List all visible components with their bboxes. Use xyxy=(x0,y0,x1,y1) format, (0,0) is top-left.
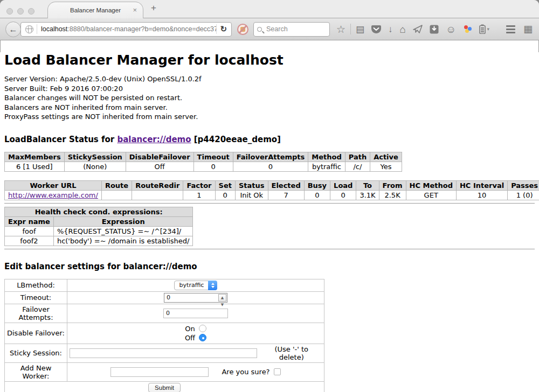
back-button[interactable]: ← xyxy=(5,22,21,37)
menu-hamburger-icon[interactable] xyxy=(506,25,515,33)
add-worker-label: Add New Worker: xyxy=(5,362,67,381)
status-heading-suffix: [p4420eeae_demo] xyxy=(191,135,281,144)
lbmethod-label: LBmethod: xyxy=(5,279,67,291)
cell-busy: 0 xyxy=(304,190,330,200)
on-label: On xyxy=(185,324,195,333)
submit-button[interactable]: Submit xyxy=(148,383,181,392)
table-row: foof %{REQUEST_STATUS} =~ /^[234]/ xyxy=(5,226,193,236)
sticky-session-label: Sticky Session: xyxy=(5,344,67,362)
failover-on-radio[interactable] xyxy=(199,325,206,332)
cell-status: Init Ok xyxy=(235,190,268,200)
window-zoom-button[interactable] xyxy=(28,8,34,15)
balancer-demo-link[interactable]: balancer://demo xyxy=(117,135,191,144)
cell-expr-name: foof2 xyxy=(5,236,54,246)
battery-icon[interactable] xyxy=(479,24,486,34)
window-minimize-button[interactable] xyxy=(17,8,24,15)
col-hc-interval: HC Interval xyxy=(456,180,507,190)
cell-factor: 1 xyxy=(183,190,215,200)
col-status: Status xyxy=(235,180,268,190)
cell-path: /c/ xyxy=(345,162,370,171)
failover-attempts-input[interactable] xyxy=(163,309,228,318)
new-tab-button[interactable]: + xyxy=(151,3,156,13)
disable-failover-label: Disable Failover: xyxy=(5,323,67,344)
table-row: 6 [1 Used] (None) Off 0 0 bytraffic /c/ … xyxy=(5,162,402,171)
form-row-timeout: Timeout: ▲▼ xyxy=(5,291,324,304)
col-path: Path xyxy=(345,152,370,162)
col-elected: Elected xyxy=(268,180,304,190)
health-table-title: Health check cond. expressions: xyxy=(5,207,193,216)
tab-close-icon[interactable]: × xyxy=(133,6,137,14)
chat-smiley-icon[interactable]: ☺ xyxy=(446,24,456,34)
form-row-lbmethod: LBmethod: bytraffic xyxy=(5,279,324,291)
cell-elected: 7 xyxy=(268,190,304,200)
server-info: Server Version: Apache/2.5.0-dev (Unix) … xyxy=(4,74,535,122)
divider xyxy=(4,203,535,204)
number-spinner-icon[interactable]: ▲▼ xyxy=(218,294,226,302)
select-stepper-icon xyxy=(208,281,217,290)
tab-balancer-manager[interactable]: Balancer Manager × xyxy=(47,2,143,18)
url-text[interactable]: localhost:8880/balancer-manager?b=demo&n… xyxy=(41,25,216,33)
failover-off-radio[interactable] xyxy=(199,334,206,341)
clipboard-icon[interactable]: ▤ xyxy=(356,25,364,34)
cell-passes: 1 (0) xyxy=(508,190,539,200)
reload-divider xyxy=(216,24,217,34)
send-plane-icon[interactable] xyxy=(413,25,423,33)
downloads-icon[interactable]: ↓ xyxy=(388,25,393,34)
are-you-sure-label: Are you sure? xyxy=(222,368,270,376)
search-icon xyxy=(257,27,262,32)
col-maxmembers: MaxMembers xyxy=(5,152,65,162)
home-icon[interactable]: ⌂ xyxy=(400,24,406,34)
cell-active: Yes xyxy=(370,162,402,171)
worker-table: Worker URL Route RouteRedir Factor Set S… xyxy=(4,180,539,200)
cell-method: bytraffic xyxy=(308,162,345,171)
add-worker-input[interactable] xyxy=(110,367,209,377)
info-proxypass: ProxyPass settings are NOT inherited fro… xyxy=(4,112,535,122)
window-close-button[interactable] xyxy=(6,8,13,15)
are-you-sure-checkbox[interactable] xyxy=(274,368,281,375)
col-timeout: Timeout xyxy=(194,152,233,162)
url-domain: localhost xyxy=(41,25,67,33)
col-route: Route xyxy=(101,180,132,190)
lbmethod-select[interactable]: bytraffic xyxy=(174,281,217,290)
pocket-icon[interactable] xyxy=(371,25,381,34)
health-check-table: Health check cond. expressions: Expr nam… xyxy=(4,207,193,246)
cell-stickysession: (None) xyxy=(64,162,126,171)
worker-url-link[interactable]: http://www.example.com/ xyxy=(8,191,98,199)
url-bar[interactable]: localhost:8880/balancer-manager?b=demo&n… xyxy=(20,22,232,37)
col-worker-url: Worker URL xyxy=(5,180,102,190)
search-bar[interactable] xyxy=(253,22,330,37)
cell-maxmembers: 6 [1 Used] xyxy=(5,162,65,171)
battery-extension-group[interactable]: ▾ xyxy=(479,24,490,34)
divider xyxy=(4,249,535,250)
cell-timeout: 0 xyxy=(194,162,233,171)
reload-icon[interactable]: ↻ xyxy=(220,24,231,34)
sticky-session-input[interactable] xyxy=(70,348,257,358)
col-disablefailover: DisableFailover xyxy=(126,152,194,162)
col-from: From xyxy=(379,180,406,190)
save-to-device-icon[interactable] xyxy=(430,25,439,34)
tab-title: Balancer Manager xyxy=(70,7,121,13)
balancer-status-table: MaxMembers StickySession DisableFailover… xyxy=(4,152,402,172)
site-identity-globe-icon[interactable] xyxy=(25,25,33,33)
server-version: Server Version: Apache/2.5.0-dev (Unix) … xyxy=(4,74,535,84)
chevron-down-icon[interactable]: ▾ xyxy=(487,26,490,32)
search-input[interactable] xyxy=(265,25,319,33)
form-row-add-worker: Add New Worker: Are you sure? xyxy=(5,362,324,381)
form-row-submit: Submit xyxy=(5,381,324,392)
col-active: Active xyxy=(370,152,402,162)
col-factor: Factor xyxy=(183,180,215,190)
toolbar-divider xyxy=(350,24,351,34)
colored-dots-extension-icon[interactable] xyxy=(464,25,472,33)
toolbar-icons: ☆ ▤ ↓ ⌂ ☺ ▾ ▦ xyxy=(336,23,534,35)
sticky-session-hint: (Use '-' to delete) xyxy=(261,345,322,361)
lbmethod-value: bytraffic xyxy=(175,282,209,289)
bookmark-star-icon[interactable]: ☆ xyxy=(336,24,345,34)
cell-to: 3.1K xyxy=(356,190,379,200)
cell-hc-method: GET xyxy=(406,190,456,200)
table-row: http://www.example.com/ 1 0 Init Ok 7 0 … xyxy=(5,190,539,200)
status-heading: LoadBalancer Status for balancer://demo … xyxy=(4,135,535,144)
col-expression: Expression xyxy=(53,216,193,226)
window-controls xyxy=(6,8,34,15)
grid-extension-icon[interactable]: ▦ xyxy=(523,23,533,35)
content-blocked-icon[interactable] xyxy=(237,24,248,35)
